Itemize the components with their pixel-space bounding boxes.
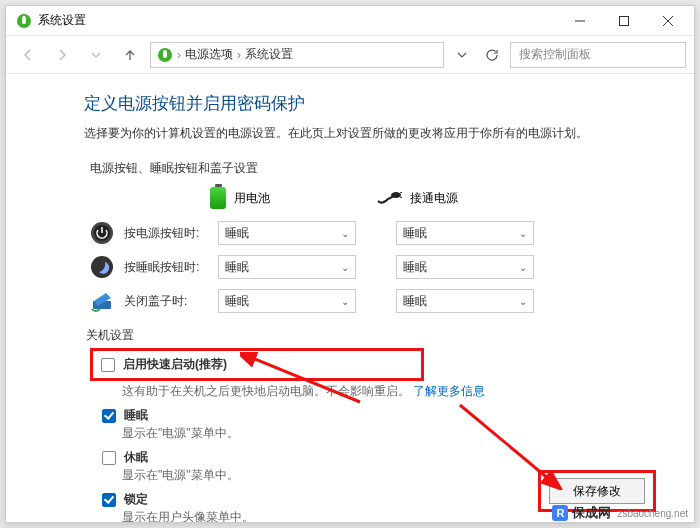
- svg-rect-3: [620, 16, 629, 25]
- watermark: R 保成网 zsbaocheng.net: [552, 504, 688, 522]
- watermark-text: 保成网: [572, 504, 611, 522]
- row-sleep-button: 按睡眠按钮时: 睡眠⌄ 睡眠⌄: [90, 255, 664, 279]
- learn-more-link[interactable]: 了解更多信息: [413, 384, 485, 398]
- breadcrumb-item[interactable]: 系统设置: [245, 46, 293, 63]
- chevron-down-icon: ⌄: [519, 262, 527, 273]
- section-title: 电源按钮、睡眠按钮和盖子设置: [90, 160, 664, 177]
- minimize-button[interactable]: [558, 6, 602, 36]
- watermark-url: zsbaocheng.net: [617, 508, 688, 519]
- row-close-lid: 关闭盖子时: 睡眠⌄ 睡眠⌄: [90, 289, 664, 313]
- power-btn-plugged-select[interactable]: 睡眠⌄: [396, 221, 534, 245]
- svg-line-10: [400, 197, 402, 198]
- window-title: 系统设置: [38, 12, 86, 29]
- chevron-down-icon: ⌄: [519, 296, 527, 307]
- breadcrumb[interactable]: › 电源选项 › 系统设置: [150, 42, 444, 68]
- sleep-button-icon: [90, 255, 114, 279]
- svg-point-13: [91, 256, 113, 278]
- hibernate-checkbox[interactable]: [102, 451, 116, 465]
- row-power-button: 按电源按钮时: 睡眠⌄ 睡眠⌄: [90, 221, 664, 245]
- app-icon: [16, 13, 32, 29]
- page-description: 选择要为你的计算机设置的电源设置。在此页上对设置所做的更改将应用于你所有的电源计…: [84, 125, 664, 142]
- recent-button[interactable]: [82, 41, 110, 69]
- nav-bar: › 电源选项 › 系统设置 搜索控制面板: [6, 36, 694, 74]
- search-input[interactable]: 搜索控制面板: [510, 42, 686, 68]
- breadcrumb-sep: ›: [177, 48, 181, 62]
- sleep-desc: 显示在"电源"菜单中。: [122, 425, 664, 442]
- sleep-btn-battery-select[interactable]: 睡眠⌄: [218, 255, 356, 279]
- row-label: 按电源按钮时:: [124, 225, 208, 242]
- lid-battery-select[interactable]: 睡眠⌄: [218, 289, 356, 313]
- breadcrumb-item[interactable]: 电源选项: [185, 46, 233, 63]
- breadcrumb-dropdown[interactable]: [450, 42, 474, 68]
- sleep-row: 睡眠: [102, 407, 664, 424]
- chevron-down-icon: ⌄: [519, 228, 527, 239]
- col-plugged-label: 接通电源: [410, 190, 458, 207]
- lid-icon: [90, 289, 114, 313]
- chevron-down-icon: ⌄: [341, 296, 349, 307]
- fast-startup-label: 启用快速启动(推荐): [123, 356, 227, 373]
- breadcrumb-sep: ›: [237, 48, 241, 62]
- chevron-down-icon: ⌄: [341, 228, 349, 239]
- page-heading: 定义电源按钮并启用密码保护: [84, 92, 664, 115]
- refresh-button[interactable]: [480, 42, 504, 68]
- chevron-down-icon: ⌄: [341, 262, 349, 273]
- back-button[interactable]: [14, 41, 42, 69]
- title-bar: 系统设置: [6, 6, 694, 36]
- plug-icon: [376, 191, 402, 205]
- col-battery-label: 用电池: [234, 190, 270, 207]
- content-area: 定义电源按钮并启用密码保护 选择要为你的计算机设置的电源设置。在此页上对设置所做…: [6, 74, 694, 522]
- hibernate-row: 休眠: [102, 449, 664, 466]
- row-label: 按睡眠按钮时:: [124, 259, 208, 276]
- search-placeholder: 搜索控制面板: [519, 46, 591, 63]
- lock-checkbox[interactable]: [102, 493, 116, 507]
- forward-button[interactable]: [48, 41, 76, 69]
- battery-icon: [210, 187, 226, 209]
- sleep-btn-plugged-select[interactable]: 睡眠⌄: [396, 255, 534, 279]
- svg-point-8: [391, 192, 401, 198]
- row-label: 关闭盖子时:: [124, 293, 208, 310]
- sleep-checkbox[interactable]: [102, 409, 116, 423]
- highlight-fast-startup: 启用快速启动(推荐): [90, 348, 424, 381]
- hibernate-label: 休眠: [124, 449, 148, 466]
- maximize-button[interactable]: [602, 6, 646, 36]
- close-button[interactable]: [646, 6, 690, 36]
- svg-line-9: [400, 192, 402, 193]
- up-button[interactable]: [116, 41, 144, 69]
- power-btn-battery-select[interactable]: 睡眠⌄: [218, 221, 356, 245]
- watermark-logo-icon: R: [552, 505, 568, 521]
- power-button-icon: [90, 221, 114, 245]
- breadcrumb-icon: [157, 47, 173, 63]
- svg-rect-1: [22, 16, 26, 24]
- lid-plugged-select[interactable]: 睡眠⌄: [396, 289, 534, 313]
- column-headers: 用电池 接通电源: [210, 187, 664, 209]
- lock-label: 锁定: [124, 491, 148, 508]
- save-button[interactable]: 保存修改: [549, 478, 645, 504]
- fast-startup-checkbox[interactable]: [101, 358, 115, 372]
- fast-startup-desc: 这有助于在关机之后更快地启动电脑。不会影响重启。 了解更多信息: [122, 383, 664, 400]
- shutdown-section-title: 关机设置: [86, 327, 664, 344]
- sleep-label: 睡眠: [124, 407, 148, 424]
- svg-rect-7: [163, 50, 167, 58]
